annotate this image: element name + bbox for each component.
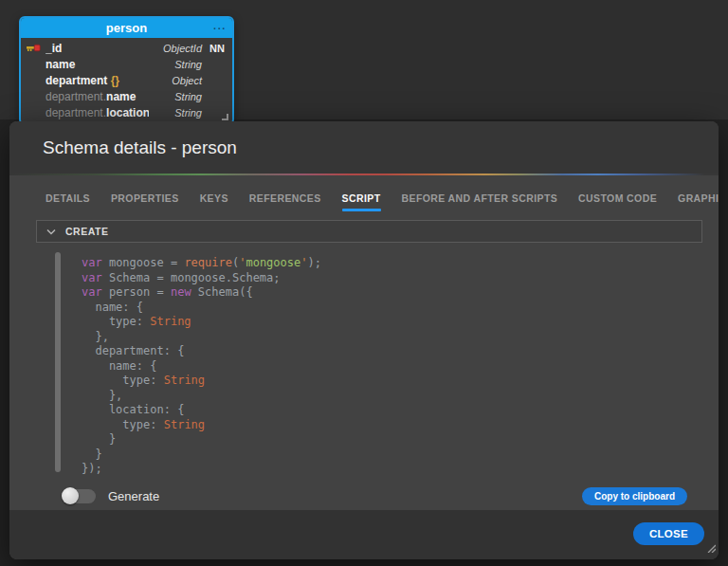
code-line: location: { xyxy=(82,403,702,418)
code-line: } xyxy=(82,447,702,463)
tab-references[interactable]: REFERENCES xyxy=(249,192,321,204)
entity-field-row[interactable]: department {}Object xyxy=(21,72,232,88)
code-line: } xyxy=(82,432,702,447)
entity-menu-icon[interactable]: ··· xyxy=(213,18,227,38)
generate-toggle[interactable] xyxy=(63,489,96,503)
dialog-resize-handle-icon[interactable] xyxy=(706,539,716,557)
code-line: name: { xyxy=(82,359,702,374)
field-type: String xyxy=(149,59,202,70)
dialog-title: Schema details - person xyxy=(43,137,237,158)
dialog-titlebar: Schema details - person xyxy=(9,121,719,173)
tab-graphics[interactable]: GRAPHICS xyxy=(678,192,719,204)
tab-custom-code[interactable]: CUSTOM CODE xyxy=(578,192,657,204)
field-name: department.location xyxy=(46,106,149,119)
code-line: }, xyxy=(82,389,702,404)
entity-card-header[interactable]: person ··· xyxy=(21,18,232,38)
copy-to-clipboard-button[interactable]: Copy to clipboard xyxy=(582,487,687,505)
entity-field-row[interactable]: department.nameString xyxy=(21,88,232,104)
field-name: department.name xyxy=(46,90,149,103)
close-button[interactable]: CLOSE xyxy=(633,522,704,545)
generate-label: Generate xyxy=(108,489,159,503)
create-section-label: CREATE xyxy=(65,226,108,237)
create-section-header[interactable]: CREATE xyxy=(36,220,702,243)
entity-rows: _idObjectIdNNnameStringdepartment {}Obje… xyxy=(21,38,232,123)
dialog-footer: CLOSE xyxy=(9,510,719,559)
code-line: }, xyxy=(82,330,702,345)
code-line: name: { xyxy=(82,301,702,316)
dialog-content: CREATE var mongoose = require('mongoose'… xyxy=(9,220,719,510)
chevron-down-icon xyxy=(46,228,56,235)
entity-field-row[interactable]: nameString xyxy=(21,56,232,72)
tab-keys[interactable]: KEYS xyxy=(200,192,228,204)
toggle-knob[interactable] xyxy=(62,487,79,504)
tab-properties[interactable]: PROPERTIES xyxy=(111,192,179,204)
code-line: }); xyxy=(82,462,702,477)
code-editor[interactable]: var mongoose = require('mongoose');var S… xyxy=(36,250,702,478)
field-type: Object xyxy=(149,75,202,86)
entity-resize-handle-icon[interactable] xyxy=(222,114,228,120)
field-type: String xyxy=(149,91,202,102)
tab-script[interactable]: SCRIPT xyxy=(342,192,381,204)
entity-title: person xyxy=(106,21,147,35)
field-name: name xyxy=(46,58,149,71)
code-line: var Schema = mongoose.Schema; xyxy=(82,271,702,286)
tab-before-and-after-scripts[interactable]: BEFORE AND AFTER SCRIPTS xyxy=(402,192,558,204)
tab-details[interactable]: DETAILS xyxy=(46,192,90,204)
schema-details-dialog: Schema details - person DETAILSPROPERTIE… xyxy=(9,121,719,559)
code-line: var mongoose = require('mongoose'); xyxy=(82,256,702,271)
code-line: type: String xyxy=(82,315,702,330)
primary-key-icon xyxy=(27,44,46,52)
field-name: department {} xyxy=(46,74,149,87)
generate-row: Generate Copy to clipboard xyxy=(36,482,702,510)
field-type: String xyxy=(149,107,202,119)
entity-field-row[interactable]: department.locationString xyxy=(21,104,232,120)
tab-bar: DETAILSPROPERTIESKEYSREFERENCESSCRIPTBEF… xyxy=(9,175,719,220)
code-line: type: String xyxy=(82,418,702,433)
entity-card-person[interactable]: person ··· _idObjectIdNNnameStringdepart… xyxy=(19,16,234,125)
code-line: department: { xyxy=(82,344,702,359)
field-flag: NN xyxy=(202,43,225,54)
field-name: _id xyxy=(46,42,149,55)
code-scrollbar[interactable] xyxy=(55,252,61,472)
code-line: var person = new Schema({ xyxy=(82,285,702,301)
field-type: ObjectId xyxy=(149,43,202,54)
code-block: var mongoose = require('mongoose');var S… xyxy=(82,250,702,477)
code-line: type: String xyxy=(82,374,702,389)
entity-field-row[interactable]: _idObjectIdNN xyxy=(21,40,232,56)
